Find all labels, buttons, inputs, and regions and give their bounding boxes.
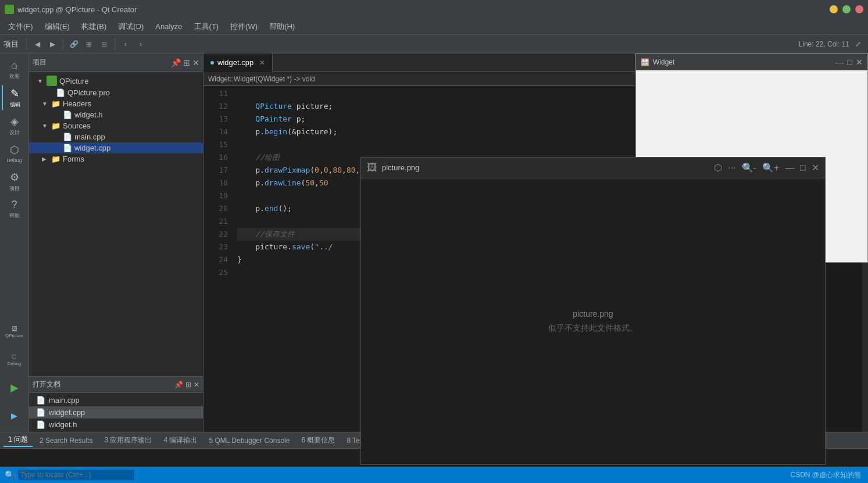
tree-sources[interactable]: ▼ 📁 Sources bbox=[29, 120, 203, 131]
sidebar-help[interactable]: ? 帮助 bbox=[2, 196, 27, 222]
toolbar-separator bbox=[26, 39, 27, 49]
toolbar-split-v[interactable]: ⊟ bbox=[98, 38, 110, 51]
project-panel: 项目 📌 ⊞ ✕ ▼ QPicture ▶ 📄 QPicture.pro bbox=[29, 53, 203, 432]
image-viewer-zoom-out[interactable]: 🔍- bbox=[742, 162, 756, 173]
minimize-button[interactable] bbox=[830, 5, 838, 13]
image-viewer-zoom-in[interactable]: 🔍+ bbox=[762, 162, 779, 173]
toolbar-forward[interactable]: ▶ bbox=[46, 38, 59, 51]
toolbar-link[interactable]: 🔗 bbox=[67, 38, 80, 51]
main-cpp-name: main.cpp bbox=[74, 133, 105, 141]
status-search-icon: 🔍 bbox=[5, 470, 15, 480]
widget-preview-controls: — □ ✕ bbox=[836, 58, 863, 67]
window-controls bbox=[830, 5, 863, 13]
menu-edit[interactable]: 编辑(E) bbox=[39, 20, 76, 33]
help-icon: ? bbox=[11, 199, 17, 211]
design-label: 设计 bbox=[9, 129, 20, 137]
panel-pin[interactable]: 📌 bbox=[171, 58, 181, 67]
image-viewer-close[interactable]: ✕ bbox=[812, 162, 819, 173]
root-arrow: ▼ bbox=[37, 78, 44, 84]
toolbar: 项目 ◀ ▶ 🔗 ⊞ ⊟ ‹ › Line: 22, Col: 11 ⤢ bbox=[0, 35, 868, 53]
locate-input[interactable] bbox=[18, 470, 134, 480]
menu-tools[interactable]: 工具(T) bbox=[188, 20, 225, 33]
toolbar-back[interactable]: ◀ bbox=[31, 38, 44, 51]
open-docs-split[interactable]: ⊞ bbox=[185, 381, 191, 389]
image-viewer-minimize[interactable]: — bbox=[785, 163, 794, 173]
project-label-icon: 项目 bbox=[9, 185, 20, 192]
headers-arrow: ▼ bbox=[42, 101, 49, 107]
qpicture-icon: 🖼 bbox=[12, 325, 17, 332]
pro-icon: 📄 bbox=[56, 88, 65, 97]
panel-split[interactable]: ⊞ bbox=[183, 58, 190, 67]
debug2-icon: ⬡ bbox=[12, 353, 17, 360]
sidebar-qpicture[interactable]: 🖼 QPicture bbox=[2, 319, 27, 345]
image-viewer-more[interactable]: ··· bbox=[728, 163, 735, 173]
status-left: 🔍 bbox=[5, 470, 134, 480]
menu-help[interactable]: 帮助(H) bbox=[263, 20, 301, 33]
widget-preview-maximize[interactable]: □ bbox=[848, 58, 852, 67]
sidebar-project[interactable]: ⚙ 项目 bbox=[2, 169, 27, 194]
open-doc-main-cpp[interactable]: 📄 main.cpp bbox=[29, 394, 203, 406]
menu-bar: 文件(F) 编辑(E) 构建(B) 调试(D) Analyze 工具(T) 控件… bbox=[0, 19, 868, 35]
sidebar-welcome[interactable]: ⌂ 欢迎 bbox=[2, 57, 27, 83]
toolbar-expand[interactable]: ⤢ bbox=[852, 38, 865, 51]
sidebar-design[interactable]: ◈ 设计 bbox=[2, 113, 27, 138]
problems-tab-summary[interactable]: 6 概要信息 bbox=[297, 434, 340, 446]
root-icon bbox=[47, 76, 57, 86]
tree-widget-cpp[interactable]: ▶ 📄 widget.cpp bbox=[29, 142, 203, 153]
toolbar-nav-next[interactable]: › bbox=[134, 38, 147, 51]
tab-filename: widget.cpp bbox=[217, 58, 253, 67]
problems-tab-search[interactable]: 2 Search Results bbox=[35, 435, 97, 446]
sidebar-debug[interactable]: ⬡ Debug bbox=[2, 141, 27, 166]
app-icon bbox=[5, 5, 14, 14]
widget-preview-icon: 🪟 bbox=[641, 58, 649, 66]
open-docs-pin[interactable]: 📌 bbox=[174, 381, 183, 389]
forms-icon: 📁 bbox=[51, 155, 60, 163]
tree-pro[interactable]: ▶ 📄 QPicture.pro bbox=[29, 87, 203, 98]
open-docs-close[interactable]: ✕ bbox=[194, 381, 199, 389]
menu-controls[interactable]: 控件(W) bbox=[224, 20, 263, 33]
sidebar-debug2[interactable]: ⬡ Debug bbox=[2, 347, 27, 373]
project-icon: ⚙ bbox=[10, 171, 19, 184]
widget-h-list-icon: 📄 bbox=[36, 420, 45, 429]
sources-name: Sources bbox=[63, 121, 91, 130]
close-button[interactable] bbox=[855, 5, 863, 13]
panel-close[interactable]: ✕ bbox=[192, 58, 199, 67]
tree-main-cpp[interactable]: ▶ 📄 main.cpp bbox=[29, 131, 203, 142]
toolbar-nav-prev[interactable]: ‹ bbox=[119, 38, 132, 51]
headers-name: Headers bbox=[63, 99, 91, 108]
open-doc-widget-cpp[interactable]: 📄 widget.cpp bbox=[29, 406, 203, 418]
sidebar-build-run[interactable]: ▶ bbox=[2, 403, 27, 428]
maximize-button[interactable] bbox=[842, 5, 851, 13]
problems-tab-qml[interactable]: 5 QML Debugger Console bbox=[204, 435, 294, 446]
edit-icon: ✎ bbox=[10, 87, 19, 100]
problems-tab-compile[interactable]: 4 编译输出 bbox=[159, 434, 202, 446]
main-cpp-icon: 📄 bbox=[63, 133, 72, 141]
open-doc-widget-h[interactable]: 📄 widget.h bbox=[29, 418, 203, 431]
menu-debug[interactable]: 调试(D) bbox=[112, 20, 149, 33]
widget-cpp-list-icon: 📄 bbox=[36, 408, 45, 417]
tree-widget-h[interactable]: ▶ 📄 widget.h bbox=[29, 109, 203, 120]
toolbar-split-h[interactable]: ⊞ bbox=[83, 38, 95, 51]
tree-forms[interactable]: ▶ 📁 Forms bbox=[29, 153, 203, 164]
tab-dot bbox=[210, 61, 214, 65]
menu-file[interactable]: 文件(F) bbox=[2, 20, 39, 33]
widget-preview-minimize[interactable]: — bbox=[836, 58, 844, 67]
image-viewer-maximize[interactable]: □ bbox=[800, 163, 806, 173]
sidebar-icons: ⌂ 欢迎 ✎ 编辑 ◈ 设计 ⬡ Debug ⚙ 项目 ? 帮助 🖼 QPict bbox=[0, 53, 29, 432]
tree-root[interactable]: ▼ QPicture bbox=[29, 74, 203, 87]
widget-preview-close[interactable]: ✕ bbox=[856, 58, 863, 67]
sidebar-run[interactable]: ▶ bbox=[2, 375, 27, 400]
sidebar-edit[interactable]: ✎ 编辑 bbox=[2, 85, 27, 110]
problems-tab-app-output[interactable]: 3 应用程序输出 bbox=[99, 434, 156, 446]
tab-close[interactable]: ✕ bbox=[259, 59, 265, 67]
widget-cpp-icon: 📄 bbox=[63, 144, 72, 152]
tree-headers[interactable]: ▼ 📁 Headers bbox=[29, 98, 203, 109]
menu-build[interactable]: 构建(B) bbox=[76, 20, 112, 33]
editor-tab-widget-cpp[interactable]: widget.cpp ✕ bbox=[203, 53, 273, 72]
menu-analyze[interactable]: Analyze bbox=[149, 21, 188, 32]
problems-tab-issues[interactable]: 1 问题 bbox=[3, 434, 33, 447]
line-numbers: 11 12 13 14 15 16 17 18 19 20 21 22 23 2… bbox=[203, 86, 233, 432]
image-viewer-share[interactable]: ⬡ bbox=[714, 162, 722, 173]
main-cpp-list-name: main.cpp bbox=[49, 396, 80, 405]
image-viewer-error-msg: 似乎不支持此文件格式。 bbox=[548, 323, 638, 334]
